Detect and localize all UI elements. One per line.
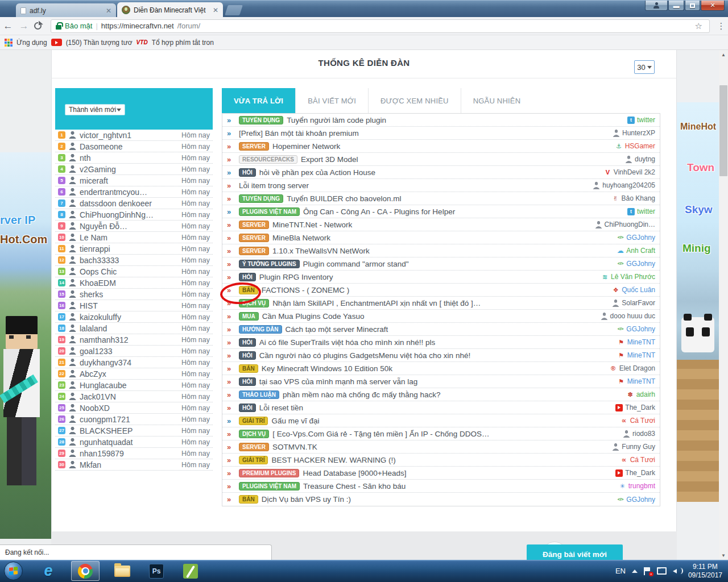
author-name-link[interactable]: Elet Dragon <box>619 364 655 372</box>
apps-label[interactable]: Ứng dụng <box>16 39 47 47</box>
member-name-link[interactable]: kaizokuluffy <box>80 313 178 322</box>
thread-prefix-badge[interactable]: HỎI <box>239 168 256 177</box>
member-name-link[interactable]: sherks <box>80 290 178 299</box>
go-to-latest-icon[interactable]: » <box>227 116 235 124</box>
browser-tab-minecraftvn[interactable]: Diễn Đàn Minecraft Việt ✕ <box>117 2 223 18</box>
author-name-link[interactable]: Cá Tươi <box>630 456 655 464</box>
thread-author[interactable]: adairh <box>627 390 655 398</box>
thread-title-link[interactable]: Lỗi item trong server <box>239 181 589 190</box>
go-to-latest-icon[interactable]: » <box>227 443 235 451</box>
go-to-latest-icon[interactable]: » <box>227 430 235 438</box>
go-to-latest-icon[interactable]: » <box>227 221 235 229</box>
go-to-latest-icon[interactable]: » <box>227 194 235 203</box>
go-to-latest-icon[interactable]: » <box>227 404 235 412</box>
thread-prefix-badge[interactable]: BÁN <box>239 495 258 504</box>
browser-tab-adfly[interactable]: adf.ly ✕ <box>16 3 116 18</box>
go-to-latest-icon[interactable]: » <box>227 142 235 151</box>
thread-title-link[interactable]: hỏi về phần pex của Action House <box>259 168 601 177</box>
thread-prefix-badge[interactable]: PLUGINS VIỆT NAM <box>239 207 300 216</box>
author-name-link[interactable]: The_Dark <box>625 469 655 477</box>
author-name-link[interactable]: Cá Tươi <box>630 417 655 425</box>
author-name-link[interactable]: MineTNT <box>627 351 655 359</box>
thread-title-link[interactable]: Ai có file SuperTrails việt hóa cho mình… <box>259 338 614 347</box>
thread-prefix-badge[interactable]: HỎI <box>239 338 256 347</box>
page-size-select[interactable]: 30 <box>634 60 655 74</box>
thread-author[interactable]: Anh Craft <box>617 247 655 255</box>
profile-button[interactable] <box>645 1 668 11</box>
filter-tab[interactable]: NGẪU NHIÊN <box>461 88 533 113</box>
scroll-down-arrow[interactable]: ▼ <box>719 551 728 560</box>
thread-prefix-badge[interactable]: SERVER <box>239 247 269 255</box>
thread-author[interactable]: MineTNT <box>618 351 655 359</box>
author-name-link[interactable]: Anh Craft <box>626 247 655 255</box>
member-name-link[interactable]: Jack01VN <box>80 392 178 401</box>
go-to-latest-icon[interactable]: » <box>227 247 235 255</box>
thread-author[interactable]: ChiPhuongDin… <box>595 221 655 228</box>
author-name-link[interactable]: GGJohny <box>626 496 655 504</box>
thread-author[interactable]: MineTNT <box>618 338 655 346</box>
filter-tab[interactable]: BÀI VIẾT MỚI <box>295 88 368 113</box>
start-button[interactable] <box>4 562 23 580</box>
author-name-link[interactable]: GGJohny <box>626 234 655 242</box>
go-to-latest-icon[interactable]: » <box>227 155 235 164</box>
author-name-link[interactable]: huyhoang204205 <box>602 181 655 189</box>
member-name-link[interactable]: lalaland <box>80 324 178 333</box>
thread-author[interactable]: HSGamer <box>615 142 655 150</box>
member-name-link[interactable]: nth <box>80 153 178 163</box>
explorer-icon[interactable] <box>108 561 136 581</box>
thread-author[interactable]: riodo83 <box>623 430 655 438</box>
member-name-link[interactable]: Le Nam <box>80 233 178 242</box>
network-icon[interactable] <box>657 567 667 575</box>
go-to-latest-icon[interactable]: » <box>227 377 235 386</box>
thread-title-link[interactable]: [Prefix] Bán một tài khoản premium <box>239 129 609 138</box>
thread-author[interactable]: Funny Guy <box>612 443 655 451</box>
thread-prefix-badge[interactable]: PREMIUM PLUGINS <box>239 469 299 477</box>
author-name-link[interactable]: twitter <box>637 207 655 215</box>
thread-author[interactable]: Cá Tươi <box>621 417 655 425</box>
member-name-link[interactable]: endertrantmcyou… <box>80 188 178 197</box>
thread-prefix-badge[interactable]: SERVER <box>239 142 269 151</box>
bookmark-item[interactable]: (150) Thần tượng tươ <box>66 39 133 47</box>
clock[interactable]: 9:11 PM 09/15/2017 <box>688 563 726 580</box>
reload-button[interactable] <box>34 22 42 30</box>
member-name-link[interactable]: NoobXD <box>80 404 178 413</box>
forward-button[interactable]: → <box>16 20 32 32</box>
thread-title-link[interactable]: Key Minecraft Windows 10 Edition 50k <box>262 364 606 373</box>
go-to-latest-icon[interactable]: » <box>227 469 235 477</box>
thread-prefix-badge[interactable]: BÁN <box>239 364 258 373</box>
author-name-link[interactable]: dooo huuu duc <box>610 312 655 320</box>
thread-prefix-badge[interactable]: HỎI <box>239 351 256 360</box>
author-name-link[interactable]: ChiPhuongDin… <box>605 221 655 228</box>
thread-author[interactable]: HunterzXP <box>613 129 655 137</box>
thread-author[interactable]: trungbmt <box>619 482 655 490</box>
go-to-latest-icon[interactable]: » <box>227 168 235 177</box>
thread-title-link[interactable]: BEST HACKER NEW. WARNING (!) <box>271 456 617 464</box>
thread-author[interactable]: GGJohny <box>617 260 655 268</box>
thread-author[interactable]: Bảo Khang <box>612 194 655 202</box>
go-to-latest-icon[interactable]: » <box>227 260 235 268</box>
thread-author[interactable]: huyhoang204205 <box>593 181 655 189</box>
author-name-link[interactable]: HSGamer <box>625 142 655 150</box>
action-center-icon[interactable] <box>644 567 651 575</box>
thread-title-link[interactable]: phần mềm nào mà chống đc mấy thằng hack? <box>283 390 623 399</box>
thread-author[interactable]: GGJohny <box>617 325 655 333</box>
filter-tab[interactable]: ĐƯỢC XEM NHIỀU <box>368 88 461 113</box>
member-name-link[interactable]: AbcZyx <box>80 369 178 379</box>
internet-explorer-icon[interactable]: e <box>34 561 63 581</box>
language-indicator[interactable]: EN <box>615 567 626 575</box>
thread-author[interactable]: VinhDevil 2k2 <box>604 168 655 176</box>
thread-author[interactable]: The_Dark <box>615 404 655 411</box>
author-name-link[interactable]: Lê Văn Phước <box>611 273 655 281</box>
member-name-link[interactable]: HIST <box>80 301 178 310</box>
thread-prefix-badge[interactable]: PLUGINS VIỆT NAM <box>239 482 300 490</box>
scroll-up-arrow[interactable]: ▲ <box>719 50 728 59</box>
thread-author[interactable]: duytng <box>625 155 655 163</box>
member-name-link[interactable]: Mkfan <box>80 460 178 469</box>
member-name-link[interactable]: v2Gaming <box>80 165 178 174</box>
author-name-link[interactable]: HunterzXP <box>622 129 655 137</box>
thread-author[interactable]: Cá Tươi <box>621 456 655 464</box>
author-name-link[interactable]: twitter <box>637 116 655 124</box>
thread-prefix-badge[interactable]: HỎI <box>239 273 256 281</box>
tab-close-icon[interactable]: ✕ <box>213 6 218 14</box>
go-to-latest-icon[interactable]: » <box>227 390 235 399</box>
